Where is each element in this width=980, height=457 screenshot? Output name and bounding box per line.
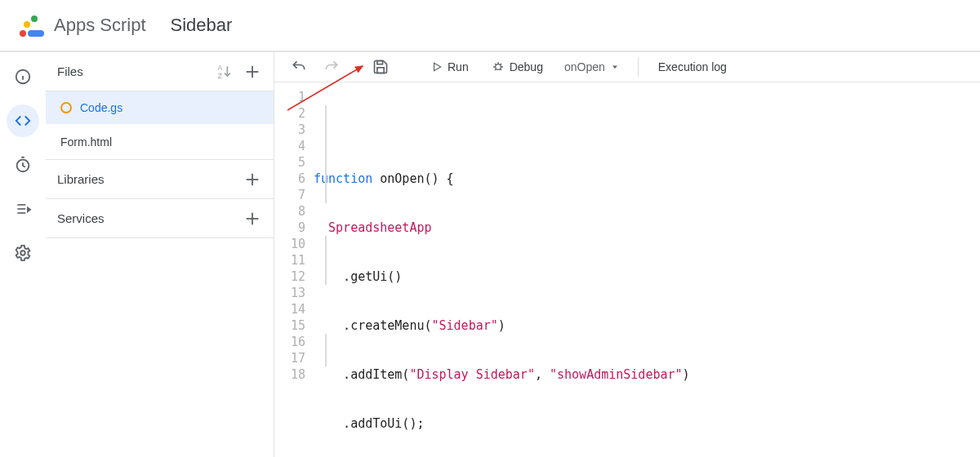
svg-point-2	[31, 16, 38, 22]
left-rail	[0, 52, 46, 457]
svg-rect-3	[28, 30, 44, 37]
svg-line-29	[495, 64, 496, 64]
editor-toolbar: Run Debug onOpen Execution log	[274, 52, 980, 82]
debug-button[interactable]: Debug	[482, 52, 553, 82]
file-sidebar: Files AZ Code.gs Form.html Libraries Ser…	[46, 52, 274, 457]
add-service-button[interactable]	[243, 209, 262, 228]
undo-button[interactable]	[284, 52, 314, 82]
top-bar: Apps Script Sidebar	[0, 0, 980, 52]
function-select[interactable]: onOpen	[556, 60, 628, 73]
run-button[interactable]: Run	[421, 52, 479, 82]
run-label: Run	[448, 60, 469, 73]
svg-rect-24	[377, 68, 384, 73]
triggers-nav[interactable]	[7, 149, 39, 181]
svg-line-31	[495, 69, 496, 70]
svg-marker-12	[28, 207, 30, 211]
add-file-button[interactable]	[243, 62, 262, 82]
save-button[interactable]	[366, 52, 395, 82]
svg-marker-25	[434, 63, 441, 70]
services-label: Services	[57, 211, 105, 225]
files-header: Files AZ	[46, 52, 274, 91]
editor-pane: Run Debug onOpen Execution log 123 4	[274, 52, 980, 457]
svg-line-32	[500, 69, 501, 70]
code-content[interactable]: function onOpen() { SpreadsheetApp .getU…	[314, 89, 980, 457]
svg-point-0	[20, 30, 26, 37]
selected-function: onOpen	[564, 60, 605, 73]
services-header: Services	[46, 199, 274, 238]
gs-file-icon	[60, 102, 72, 113]
editor-nav[interactable]	[7, 104, 39, 137]
apps-script-logo-icon	[16, 11, 46, 40]
svg-point-1	[24, 21, 30, 28]
svg-point-26	[495, 64, 501, 70]
svg-marker-34	[612, 66, 617, 69]
debug-label: Debug	[510, 60, 543, 73]
libraries-header: Libraries	[46, 160, 274, 199]
svg-point-13	[20, 251, 25, 255]
chevron-down-icon	[610, 62, 620, 72]
separator	[638, 57, 639, 77]
executions-nav[interactable]	[7, 193, 39, 225]
svg-line-30	[500, 64, 501, 64]
main-area: Files AZ Code.gs Form.html Libraries Ser…	[0, 52, 980, 457]
add-library-button[interactable]	[243, 170, 262, 189]
file-label: Code.gs	[80, 101, 122, 114]
svg-text:Z: Z	[218, 71, 222, 79]
execution-log-button[interactable]: Execution log	[648, 52, 737, 82]
file-code-gs[interactable]: Code.gs	[46, 91, 274, 124]
execution-log-label: Execution log	[658, 60, 727, 73]
project-name[interactable]: Sidebar	[171, 15, 233, 36]
file-label: Form.html	[60, 135, 112, 149]
files-label: Files	[57, 64, 83, 78]
code-editor[interactable]: 123 456 789 101112 131415 161718 functio…	[274, 82, 980, 457]
svg-rect-23	[377, 61, 383, 64]
line-gutter: 123 456 789 101112 131415 161718	[274, 89, 314, 457]
settings-nav[interactable]	[7, 237, 39, 269]
app-name-label: Apps Script	[54, 15, 146, 36]
libraries-label: Libraries	[57, 172, 105, 186]
overview-nav[interactable]	[7, 60, 39, 93]
redo-button[interactable]	[317, 52, 346, 82]
file-form-html[interactable]: Form.html	[46, 124, 274, 160]
sort-files-button[interactable]: AZ	[215, 62, 234, 82]
